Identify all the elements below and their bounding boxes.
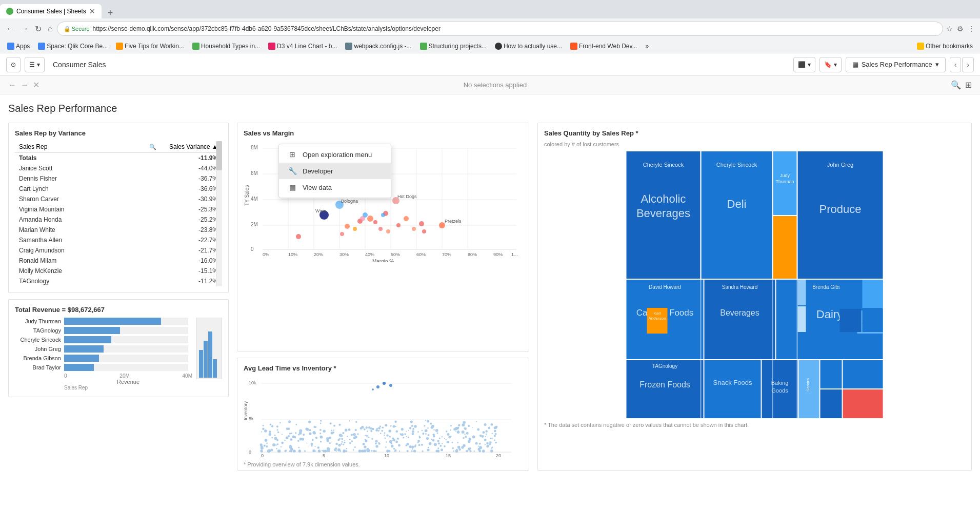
- bookmark-d3[interactable]: D3 v4 Line Chart - b...: [265, 42, 340, 51]
- treemap-tile-produce-sub4[interactable]: [863, 309, 883, 332]
- treemap-tile-red[interactable]: [843, 389, 883, 418]
- table-scrollbar[interactable]: [216, 141, 222, 286]
- refresh-button[interactable]: ↻: [33, 22, 44, 36]
- global-search-button[interactable]: 🔍: [951, 80, 961, 90]
- active-tab[interactable]: Consumer Sales | Sheets ✕: [0, 4, 102, 18]
- table-row[interactable]: Samantha Allen -22.7%: [15, 235, 222, 245]
- table-row[interactable]: Janice Scott -44.0%: [15, 163, 222, 173]
- table-row[interactable]: Ronald Milam -16.0%: [15, 256, 222, 266]
- bookmark-other[interactable]: Other bookmarks: [914, 42, 976, 51]
- smart-search-button[interactable]: ⊞: [965, 80, 972, 90]
- svg-point-152: [442, 443, 443, 444]
- svg-point-399: [271, 425, 273, 427]
- svg-point-128: [453, 450, 454, 451]
- rep-name: Craig Amundson: [15, 245, 161, 256]
- bookmark-fivetips[interactable]: Five Tips for Workin...: [113, 42, 187, 51]
- treemap-tile-deli[interactable]: [702, 151, 772, 279]
- tab-close-button[interactable]: ✕: [89, 7, 95, 15]
- svg-point-300: [463, 444, 465, 446]
- table-row[interactable]: Viginia Mountain -25.3%: [15, 204, 222, 214]
- svg-point-293: [332, 431, 334, 433]
- treemap-tile-produce-sub3[interactable]: [840, 309, 862, 332]
- table-row[interactable]: Craig Amundson -21.7%: [15, 245, 222, 256]
- svg-point-470: [376, 385, 379, 388]
- selection-back-button[interactable]: ←: [8, 81, 16, 90]
- extensions-button[interactable]: ⚙: [956, 24, 965, 34]
- treemap-tile-produce-sub1[interactable]: [840, 280, 862, 308]
- table-row[interactable]: TAGnology -11.2%: [15, 276, 222, 286]
- table-row[interactable]: Sharon Carver -30.9%: [15, 194, 222, 204]
- svg-point-38: [296, 234, 301, 239]
- svg-point-80: [366, 426, 368, 428]
- selection-clear-button[interactable]: ✕: [33, 80, 39, 90]
- table-row[interactable]: Molly McKenzie -15.1%: [15, 266, 222, 276]
- treemap-tile-other3[interactable]: [843, 360, 883, 388]
- address-bar-row: ← → ↻ ⌂ 🔒 Secure https://sense-demo.qlik…: [0, 18, 980, 39]
- home-button[interactable]: ⌂: [46, 22, 55, 35]
- svg-point-357: [468, 440, 471, 443]
- rep-name: Sharon Carver: [15, 194, 161, 204]
- treemap-tile-light1[interactable]: [798, 280, 806, 305]
- svg-point-188: [474, 450, 475, 451]
- bookmark-structuring[interactable]: Structuring projects...: [417, 42, 490, 51]
- sheet-name-button[interactable]: ▦ Sales Rep Performance ▾: [846, 57, 946, 72]
- svg-point-267: [375, 445, 378, 447]
- next-sheet-button[interactable]: ›: [962, 57, 974, 72]
- treemap-tile-light2[interactable]: [798, 306, 806, 332]
- svg-point-50: [412, 227, 416, 231]
- view-data-menu-item[interactable]: ▦ View data: [279, 179, 391, 196]
- developer-menu-item[interactable]: 🔧 Developer: [279, 163, 391, 179]
- svg-text:Alcoholic: Alcoholic: [641, 192, 686, 205]
- address-bar[interactable]: 🔒 Secure https://sense-demo.qlik.com/sen…: [57, 22, 943, 36]
- svg-point-142: [446, 439, 447, 440]
- app-toolbar: ⊙ ☰ ▾ Consumer Sales ⬛ ▾ 🔖 ▾ ▦ Sales Rep…: [0, 53, 980, 76]
- search-icon[interactable]: 🔍: [149, 144, 156, 150]
- prev-sheet-button[interactable]: ‹: [950, 57, 962, 72]
- svg-point-337: [375, 440, 378, 442]
- treemap-tile-orange-patch[interactable]: [773, 216, 797, 279]
- revenue-histogram: [196, 318, 222, 379]
- selection-bar: ← → ✕ No selections applied 🔍 ⊞: [0, 76, 980, 94]
- treemap-tile-beverages[interactable]: [705, 280, 775, 359]
- svg-text:Wine: Wine: [315, 208, 326, 213]
- table-row[interactable]: Totals -11.9%: [15, 153, 222, 163]
- bookmark-apps[interactable]: Apps: [4, 42, 33, 51]
- table-row[interactable]: Marian White -23.8%: [15, 225, 222, 235]
- svg-point-264: [260, 450, 263, 452]
- bookmark-frontend[interactable]: Front-end Web Dev...: [567, 42, 641, 51]
- bookmark-qlik[interactable]: Space: Qlik Core Be...: [35, 42, 111, 51]
- explore-menu-item[interactable]: ⊞ Open exploration menu: [279, 146, 391, 163]
- svg-point-243: [340, 450, 342, 452]
- bookmark-webpack[interactable]: webpack.config.js -...: [342, 42, 414, 51]
- bookmark-icon: 🔖: [824, 61, 832, 68]
- present-button[interactable]: ⬛ ▾: [793, 57, 815, 72]
- list-view-button[interactable]: ☰ ▾: [25, 57, 45, 72]
- svg-point-290: [431, 426, 433, 428]
- new-tab-button[interactable]: +: [104, 8, 117, 18]
- bookmark-button[interactable]: 🔖 ▾: [819, 57, 842, 72]
- bookmark-star-button[interactable]: ☆: [945, 24, 954, 34]
- rep-variance: -36.7%: [161, 173, 222, 184]
- rep-name: Viginia Mountain: [15, 204, 161, 214]
- selection-forward-button[interactable]: →: [21, 81, 29, 90]
- treemap-tile-produce-sub2[interactable]: [863, 280, 883, 308]
- table-row[interactable]: Dennis Fisher -36.7%: [15, 173, 222, 184]
- svg-point-151: [413, 450, 415, 452]
- left-panel: Sales Rep by Variance Sales Rep 🔍 Sales …: [8, 123, 229, 471]
- menu-button[interactable]: ⋮: [967, 24, 976, 34]
- svg-text:Inventory: Inventory: [244, 401, 248, 420]
- treemap-tile-snack[interactable]: [705, 360, 761, 418]
- home-nav-button[interactable]: ⊙: [6, 57, 21, 72]
- svg-point-424: [329, 437, 331, 439]
- table-row[interactable]: Amanda Honda -25.2%: [15, 214, 222, 225]
- bookmark-favicon: [495, 43, 502, 50]
- table-row[interactable]: Cart Lynch -36.6%: [15, 184, 222, 194]
- treemap-tile-other1[interactable]: [821, 360, 842, 388]
- bar-row: Brenda Gibson: [15, 355, 188, 362]
- forward-button[interactable]: →: [18, 22, 31, 35]
- bookmark-how-to[interactable]: How to actually use...: [492, 42, 565, 51]
- treemap-tile-other2[interactable]: [821, 389, 842, 418]
- back-button[interactable]: ←: [4, 22, 16, 35]
- bookmark-more[interactable]: »: [643, 42, 652, 51]
- bookmark-household[interactable]: Household Types in...: [189, 42, 263, 51]
